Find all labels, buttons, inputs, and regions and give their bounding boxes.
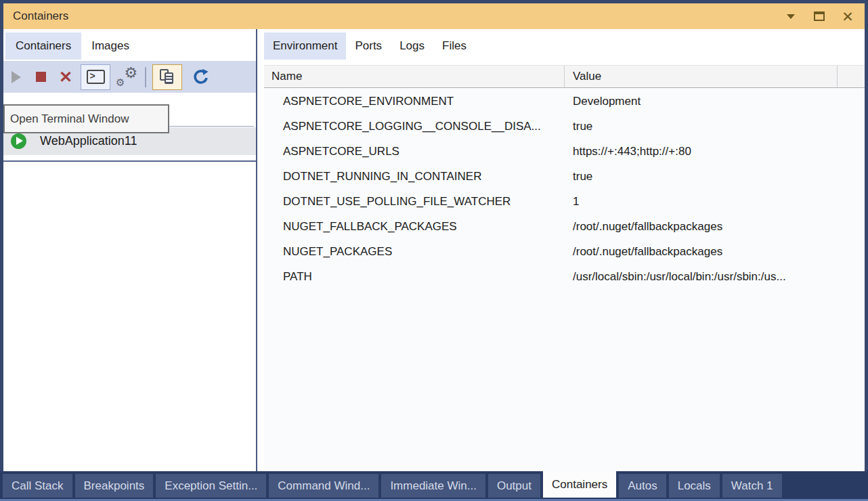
env-name: NUGET_FALLBACK_PACKAGES — [264, 220, 565, 234]
tab-images[interactable]: Images — [81, 32, 139, 60]
refresh-button[interactable] — [189, 64, 212, 90]
tab-exception-settings[interactable]: Exception Settin... — [156, 474, 266, 498]
env-name: DOTNET_RUNNING_IN_CONTAINER — [264, 170, 565, 183]
table-row[interactable]: NUGET_PACKAGES /root/.nuget/fallbackpack… — [264, 239, 865, 264]
running-status-icon — [11, 133, 26, 149]
right-panel-tabs: Environment Ports Logs Files — [264, 32, 475, 60]
table-row[interactable]: PATH /usr/local/sbin:/usr/local/bin:/usr… — [264, 264, 865, 289]
window-position-button[interactable] — [783, 7, 798, 25]
tab-label: Locals — [678, 479, 711, 493]
env-name: PATH — [264, 270, 565, 284]
table-row[interactable]: ASPNETCORE_ENVIRONMENT Development — [264, 89, 865, 114]
table-row[interactable]: ASPNETCORE_URLS https://+:443;http://+:8… — [264, 139, 865, 164]
tab-label: Immediate Win... — [390, 479, 477, 493]
tab-logs[interactable]: Logs — [391, 32, 433, 60]
table-row[interactable]: DOTNET_USE_POLLING_FILE_WATCHER 1 — [264, 189, 865, 214]
tab-images-label: Images — [91, 39, 129, 53]
maximize-icon — [814, 12, 825, 21]
tab-containers[interactable]: Containers — [5, 32, 81, 60]
tab-environment-label: Environment — [273, 39, 337, 53]
tab-label: Call Stack — [12, 479, 64, 493]
delete-x-icon[interactable]: ✕ — [59, 69, 72, 85]
table-row[interactable]: ASPNETCORE_LOGGING__CONSOLE__DISA... tru… — [264, 114, 865, 139]
env-value: 1 — [565, 195, 865, 209]
play-icon[interactable] — [12, 71, 21, 83]
tab-files[interactable]: Files — [433, 32, 475, 60]
column-header-extra — [838, 66, 865, 87]
containers-toolbar: ✕ > ⚙ ⚙ — [3, 61, 256, 93]
close-icon: ✕ — [842, 9, 854, 24]
containers-tool-window: Containers ✕ Containers Images — [0, 0, 868, 501]
env-value: true — [565, 120, 865, 133]
main-content: Containers Images ✕ > ⚙ ⚙ — [3, 29, 865, 471]
tab-watch-1[interactable]: Watch 1 — [722, 474, 782, 498]
tab-call-stack[interactable]: Call Stack — [3, 474, 72, 498]
env-var-table: ASPNETCORE_ENVIRONMENT Development ASPNE… — [264, 89, 865, 289]
list-bottom-border — [3, 160, 257, 162]
tab-label: Autos — [628, 479, 657, 493]
env-name: NUGET_PACKAGES — [264, 245, 565, 259]
toolbar-separator — [145, 67, 146, 87]
copy-icon — [160, 69, 175, 85]
bottom-tool-window-tab-bar: Call Stack Breakpoints Exception Settin.… — [0, 471, 868, 501]
table-header: Name Value — [264, 65, 865, 88]
gear-large-icon: ⚙ — [124, 64, 137, 82]
table-row[interactable]: NUGET_FALLBACK_PACKAGES /root/.nuget/fal… — [264, 214, 865, 239]
env-name: ASPNETCORE_LOGGING__CONSOLE__DISA... — [264, 120, 565, 133]
gear-small-icon: ⚙ — [116, 77, 125, 89]
refresh-icon — [192, 68, 209, 85]
tab-containers-label: Containers — [16, 39, 71, 53]
tab-breakpoints[interactable]: Breakpoints — [75, 474, 154, 498]
container-name: WebApplication11 — [40, 134, 137, 148]
env-name: ASPNETCORE_URLS — [264, 145, 565, 158]
tab-immediate-window[interactable]: Immediate Win... — [381, 474, 485, 498]
env-name: ASPNETCORE_ENVIRONMENT — [264, 95, 565, 108]
column-header-value[interactable]: Value — [565, 66, 837, 87]
title-bar[interactable]: Containers ✕ — [3, 3, 865, 29]
tab-ports-label: Ports — [355, 39, 382, 53]
left-panel-tabs: Containers Images — [5, 32, 139, 60]
copy-button[interactable] — [152, 64, 182, 90]
open-terminal-button[interactable]: > — [81, 64, 110, 90]
stop-icon[interactable] — [36, 72, 46, 82]
panel-splitter[interactable] — [256, 29, 257, 471]
tab-label: Output — [497, 479, 531, 493]
maximize-button[interactable] — [812, 7, 827, 25]
tab-label: Breakpoints — [84, 479, 145, 493]
env-name: DOTNET_USE_POLLING_FILE_WATCHER — [264, 195, 565, 209]
terminal-icon: > — [87, 70, 105, 84]
tab-logs-label: Logs — [399, 39, 425, 53]
tab-label: Watch 1 — [731, 479, 773, 493]
tab-label: Command Wind... — [278, 479, 370, 493]
gears-icon[interactable]: ⚙ ⚙ — [114, 64, 139, 90]
env-value: /root/.nuget/fallbackpackages — [565, 245, 865, 259]
tab-command-window[interactable]: Command Wind... — [269, 474, 378, 498]
tab-environment[interactable]: Environment — [264, 32, 346, 60]
tab-containers-bottom[interactable]: Containers — [543, 471, 616, 498]
env-value: true — [565, 170, 865, 183]
tab-ports[interactable]: Ports — [346, 32, 391, 60]
tab-label: Exception Settin... — [165, 479, 257, 493]
tab-locals[interactable]: Locals — [669, 474, 720, 498]
tooltip: Open Terminal Window — [3, 104, 169, 133]
tab-output[interactable]: Output — [488, 474, 540, 498]
close-button[interactable]: ✕ — [840, 7, 855, 25]
tooltip-text: Open Terminal Window — [10, 112, 129, 126]
env-value: /root/.nuget/fallbackpackages — [565, 220, 865, 234]
column-header-name[interactable]: Name — [264, 66, 564, 87]
table-row[interactable]: DOTNET_RUNNING_IN_CONTAINER true — [264, 164, 865, 189]
env-value: https://+:443;http://+:80 — [565, 145, 865, 158]
status-tabs: Call Stack Breakpoints Exception Settin.… — [3, 471, 782, 498]
tab-files-label: Files — [442, 39, 466, 53]
tab-label: Containers — [552, 478, 607, 492]
window-title: Containers — [13, 9, 68, 23]
env-value: /usr/local/sbin:/usr/local/bin:/usr/sbin… — [565, 270, 865, 284]
tab-autos[interactable]: Autos — [619, 474, 666, 498]
chevron-down-icon — [787, 14, 795, 19]
env-value: Development — [565, 95, 865, 108]
title-bar-controls: ✕ — [783, 3, 855, 29]
